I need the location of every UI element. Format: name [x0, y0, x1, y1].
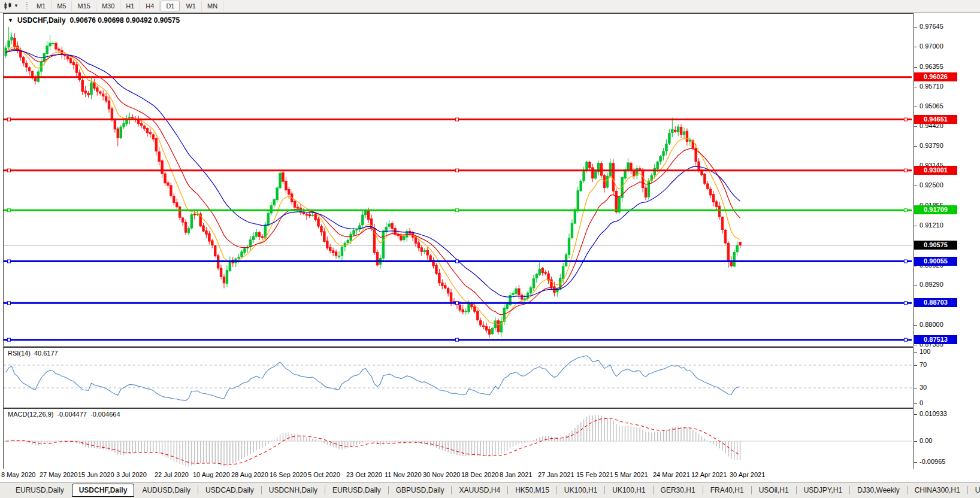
date-tick-label: 18 Dec 2020 [461, 471, 498, 478]
hline-0.87513[interactable] [4, 338, 912, 341]
line-handle[interactable] [456, 260, 459, 263]
moving-average-34 [6, 50, 740, 297]
hline-price-label: 0.87513 [914, 335, 957, 344]
line-handle[interactable] [905, 169, 908, 172]
macd-chart [4, 409, 912, 467]
triangle-down-icon[interactable]: ▼ [8, 17, 13, 23]
macd-main-value: -0.004477 [57, 411, 87, 418]
price-tick-mark [914, 345, 917, 345]
candlestick-chart [4, 14, 912, 345]
chevron-down-icon: ▼ [14, 4, 19, 8]
tab-usdjpy-h1[interactable]: USDJPY,H1 [797, 484, 849, 497]
timeframe-button-w1[interactable]: W1 [180, 1, 202, 11]
tab-usdcad-daily[interactable]: USDCAD,Daily [198, 484, 261, 497]
timeframe-button-m30[interactable]: M30 [96, 1, 120, 11]
tab-usdchf-daily[interactable]: USDCHF,Daily [72, 484, 135, 497]
line-handle[interactable] [905, 118, 908, 121]
candlestick-chart-icon [4, 2, 13, 10]
tab-hk50-m15[interactable]: HK50,M15 [508, 484, 556, 497]
timeframe-button-m15[interactable]: M15 [72, 1, 96, 11]
price-tick-mark [914, 186, 917, 186]
hline-price-label: 0.88703 [914, 298, 957, 307]
rsi-value: 40.6177 [34, 350, 58, 357]
line-handle[interactable] [905, 302, 908, 305]
rsi-tick-mark [914, 365, 917, 366]
line-handle[interactable] [8, 169, 11, 172]
tab-dj30-weekly[interactable]: DJ30,Weekly [850, 484, 906, 497]
price-tick-label: 0.95710 [919, 83, 943, 90]
rsi-tick-mark [914, 403, 917, 404]
date-tick-label: 5 Oct 2020 [308, 471, 340, 478]
tab-eurusd-daily[interactable]: EURUSD,Daily [325, 484, 388, 497]
timeframe-button-h4[interactable]: H4 [140, 1, 160, 11]
line-handle[interactable] [8, 302, 11, 305]
tab-china300-h1[interactable]: CHINA300,H1 [908, 484, 967, 497]
line-handle[interactable] [8, 118, 11, 121]
line-handle[interactable] [456, 209, 459, 212]
line-handle[interactable] [456, 338, 459, 341]
macd-axis-label: 0.00 [919, 437, 932, 444]
tab-fra40-h1[interactable]: FRA40,H1 [703, 484, 751, 497]
hline-0.88703[interactable] [4, 302, 912, 305]
line-handle[interactable] [8, 260, 11, 263]
timeframe-button-d1[interactable]: D1 [161, 1, 180, 11]
date-axis[interactable]: 8 May 202027 May 202015 Jun 20203 Jul 20… [0, 469, 980, 482]
date-tick-label: 16 Sep 2020 [270, 471, 307, 478]
toolbar-grip[interactable] [26, 2, 28, 10]
line-handle[interactable] [905, 209, 908, 212]
hline-0.93001[interactable] [4, 169, 912, 172]
date-tick-label: 22 Jul 2020 [155, 471, 189, 478]
timeframe-toolbar: ▼ M1M5M15M30H1H4D1W1MN [0, 0, 980, 13]
hline-0.91709[interactable] [4, 209, 912, 212]
tab-uk100-h1[interactable]: UK100,H1 [605, 484, 652, 497]
date-tick-label: 10 Aug 2020 [193, 471, 230, 478]
line-handle[interactable] [8, 338, 11, 341]
ohlc-values: 0.90676 0.90698 0.90492 0.90575 [70, 16, 180, 25]
line-handle[interactable] [905, 260, 908, 263]
timeframe-button-m5[interactable]: M5 [52, 1, 72, 11]
horizontal-lines-layer [4, 77, 912, 342]
macd-axis-label: 0.010933 [919, 410, 947, 417]
hline-0.90055[interactable] [4, 260, 912, 263]
tab-xauusd-h4[interactable]: XAUUSD,H4 [452, 484, 507, 497]
chart-tab-bar: EURUSD,DailyUSDCHF,DailyAUDUSD,DailyUSDC… [0, 482, 980, 498]
date-tick-label: 5 Mar 2021 [615, 471, 648, 478]
price-tick-label: 0.96355 [919, 63, 943, 70]
date-tick-label: 27 May 2020 [40, 471, 78, 478]
price-tick-label: 0.95065 [919, 102, 943, 110]
hline-price-label: 0.90055 [914, 257, 957, 266]
tab-ger30-h1[interactable]: GER30,H1 [654, 484, 703, 497]
macd-signal-value: -0.004664 [90, 411, 120, 418]
timeframe-button-mn[interactable]: MN [202, 1, 223, 11]
rsi-axis-label: 30 [919, 384, 927, 391]
price-axis[interactable]: 0.976450.970000.963550.957100.950650.944… [914, 13, 980, 468]
line-handle[interactable] [456, 302, 459, 305]
main-chart-pane[interactable]: ▼ USDCHF,Daily 0.90676 0.90698 0.90492 0… [3, 13, 914, 347]
line-handle[interactable] [905, 338, 908, 341]
tab-usc[interactable]: USC [968, 484, 980, 497]
tab-usdcnh-daily[interactable]: USDCNH,Daily [262, 484, 325, 497]
tab-usoil-h1[interactable]: USOil,H1 [752, 484, 796, 497]
rsi-indicator-pane[interactable]: RSI(14) 40.6177 [3, 347, 914, 408]
price-tick-mark [914, 285, 917, 286]
price-tick-mark [914, 126, 917, 127]
line-handle[interactable] [456, 118, 459, 121]
macd-tick-mark [914, 462, 917, 463]
tab-eurusd-daily[interactable]: EURUSD,Daily [8, 484, 71, 497]
low-value: 0.90492 [126, 16, 152, 25]
macd-tick-mark [914, 441, 917, 442]
date-tick-label: 8 Jan 2021 [500, 471, 532, 478]
rsi-chart [4, 348, 912, 406]
tab-gbpusd-daily[interactable]: GBPUSD,Daily [389, 484, 452, 497]
macd-tick-mark [914, 414, 917, 415]
rsi-line [6, 356, 740, 400]
tab-audusd-daily[interactable]: AUDUSD,Daily [135, 484, 198, 497]
line-handle[interactable] [456, 169, 459, 172]
timeframe-button-h1[interactable]: H1 [120, 1, 140, 11]
line-handle[interactable] [8, 209, 11, 212]
date-tick-label: 11 Nov 2020 [385, 471, 422, 478]
chart-type-selector[interactable]: ▼ [0, 2, 22, 10]
timeframe-button-m1[interactable]: M1 [31, 1, 52, 11]
tab-uk100-h1[interactable]: UK100,H1 [557, 484, 604, 497]
macd-indicator-pane[interactable]: MACD(12,26,9) -0.004477 -0.004664 [3, 408, 914, 469]
